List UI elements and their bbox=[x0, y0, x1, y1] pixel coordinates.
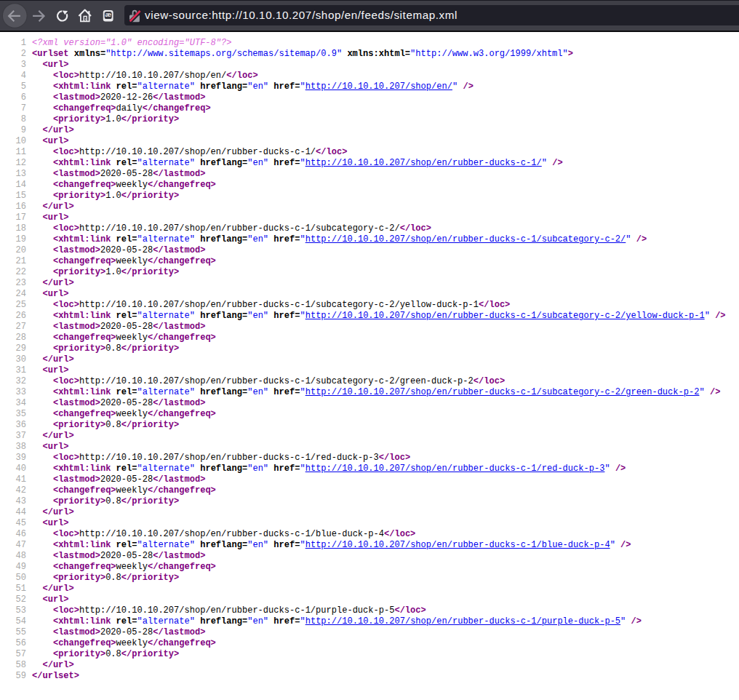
svg-text:æ: æ bbox=[105, 10, 112, 18]
